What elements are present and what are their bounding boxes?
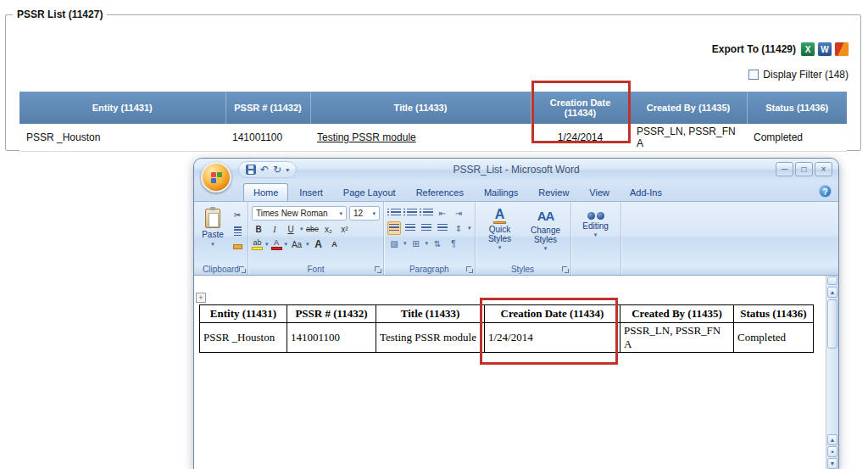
font-name-select[interactable]: Times New Roman ▾ — [252, 206, 347, 221]
editing-button[interactable]: Editing ▾ — [575, 204, 617, 238]
increase-indent-icon[interactable]: ⇥ — [452, 206, 465, 220]
redo-icon[interactable]: ↻ — [273, 165, 281, 175]
clipboard-launcher-icon[interactable] — [238, 265, 246, 273]
multilevel-list-icon[interactable] — [420, 206, 433, 220]
quick-styles-icon: A — [493, 208, 506, 224]
save-icon[interactable] — [246, 165, 256, 175]
underline-dropdown-icon[interactable]: ▾ — [300, 226, 303, 232]
bullets-icon[interactable] — [387, 206, 401, 220]
editing-label: Editing — [582, 221, 609, 231]
tab-references[interactable]: References — [407, 184, 473, 201]
show-hide-pilcrow-icon[interactable]: ¶ — [447, 237, 460, 250]
grow-font-button[interactable]: A — [312, 237, 326, 251]
bold-button[interactable]: B — [252, 222, 265, 236]
paste-button[interactable]: Paste ▾ — [198, 204, 228, 257]
close-button[interactable]: × — [815, 162, 832, 176]
change-styles-button[interactable]: AA Change Styles ▾ — [525, 204, 567, 252]
doc-column-created-by: Created By (11435) — [620, 305, 734, 323]
column-header-pssr-number[interactable]: PSSR # (11432) — [225, 92, 310, 124]
office-button[interactable] — [201, 162, 231, 193]
copy-icon[interactable] — [231, 224, 244, 237]
subscript-button[interactable]: x₂ — [322, 222, 336, 236]
tab-review[interactable]: Review — [529, 184, 578, 201]
restore-button[interactable]: □ — [795, 162, 813, 176]
title-link[interactable]: Testing PSSR module — [317, 131, 416, 143]
scroll-up-icon[interactable]: ▲ — [827, 287, 837, 298]
highlight-button[interactable]: ab — [252, 238, 263, 250]
shading-dropdown-icon[interactable]: ▾ — [403, 240, 407, 247]
highlight-icon: ab — [253, 238, 261, 247]
styles-group-label: Styles — [476, 265, 570, 274]
quick-styles-button[interactable]: A Quick Styles ▾ — [479, 204, 521, 252]
change-case-button[interactable]: Aa — [290, 237, 303, 251]
vertical-scrollbar[interactable]: ▲ ▲ • ▼ — [826, 276, 838, 469]
superscript-button[interactable]: x² — [338, 222, 352, 236]
change-case-dropdown-icon[interactable]: ▾ — [306, 241, 309, 248]
paste-dropdown-icon: ▾ — [211, 241, 214, 248]
document-table: Entity (11431) PSSR # (11432) Title (114… — [199, 304, 814, 353]
word-title-bar[interactable]: ↶ ↻ ▾ PSSR_List - Microsoft Word ─ □ × — [194, 159, 838, 181]
borders-icon[interactable]: ⊞ — [409, 237, 423, 250]
help-icon[interactable]: ? — [819, 185, 832, 198]
table-move-handle[interactable]: + — [196, 293, 206, 303]
numbering-icon[interactable] — [403, 206, 417, 220]
align-center-icon[interactable] — [403, 221, 417, 235]
styles-launcher-icon[interactable] — [561, 265, 569, 273]
font-color-dropdown-icon[interactable]: ▾ — [285, 241, 288, 248]
line-spacing-icon[interactable]: ⇕ — [452, 221, 465, 235]
cut-icon[interactable]: ✂ — [231, 208, 244, 221]
export-row: Export To (11429) X W — [712, 42, 849, 56]
doc-cell-status: Completed — [734, 323, 814, 353]
export-word-icon[interactable]: W — [818, 42, 832, 56]
tab-insert[interactable]: Insert — [290, 184, 332, 201]
document-area[interactable]: + Entity (11431) PSSR # (11432) Title (1… — [194, 276, 838, 469]
export-other-icon[interactable] — [835, 42, 849, 56]
column-header-entity[interactable]: Entity (11431) — [19, 92, 225, 124]
scrollbar-thumb[interactable] — [827, 299, 837, 349]
ruler-toggle-icon[interactable] — [827, 276, 837, 285]
font-size-select[interactable]: 12 ▾ — [349, 206, 380, 221]
select-browse-object-icon[interactable]: • — [827, 446, 837, 457]
tab-home[interactable]: Home — [243, 183, 288, 201]
shrink-font-button[interactable]: A — [328, 237, 342, 251]
next-page-icon[interactable]: ▼ — [827, 458, 837, 469]
tab-mailings[interactable]: Mailings — [475, 184, 527, 201]
font-group-label: Font — [248, 265, 383, 274]
align-right-icon[interactable] — [420, 221, 433, 235]
clipboard-small-buttons: ✂ — [231, 204, 244, 257]
underline-button[interactable]: U — [284, 222, 298, 236]
minimize-button[interactable]: ─ — [776, 162, 793, 176]
italic-button[interactable]: I — [268, 222, 281, 236]
tab-page-layout[interactable]: Page Layout — [334, 184, 405, 201]
tab-view[interactable]: View — [580, 184, 619, 201]
doc-cell-pssr-number: 141001100 — [287, 323, 376, 353]
paragraph-launcher-icon[interactable] — [465, 265, 473, 273]
font-size-dropdown-icon: ▾ — [372, 210, 376, 217]
qat-customize-icon[interactable]: ▾ — [286, 166, 289, 174]
column-header-title[interactable]: Title (11433) — [310, 92, 531, 124]
line-spacing-dropdown-icon[interactable]: ▾ — [468, 225, 471, 232]
ribbon: Paste ▾ ✂ Clipboard Times New Roman — [194, 201, 838, 276]
column-header-creation-date[interactable]: Creation Date (11434) — [531, 92, 630, 124]
previous-page-icon[interactable]: ▲ — [827, 434, 837, 445]
align-left-icon[interactable] — [387, 221, 401, 235]
doc-cell-entity: PSSR _Houston — [200, 323, 287, 353]
shading-icon[interactable]: ▨ — [387, 237, 401, 250]
undo-icon[interactable]: ↶ — [260, 165, 269, 175]
tab-add-ins[interactable]: Add-Ins — [620, 184, 671, 201]
decrease-indent-icon[interactable]: ⇤ — [436, 206, 449, 220]
format-painter-icon[interactable] — [231, 240, 244, 254]
doc-column-entity: Entity (11431) — [200, 305, 287, 323]
column-header-created-by[interactable]: Created By (11435) — [630, 92, 747, 124]
column-header-status[interactable]: Status (11436) — [747, 92, 847, 124]
display-filter-checkbox[interactable] — [748, 70, 759, 80]
justify-icon[interactable] — [436, 221, 449, 235]
borders-dropdown-icon[interactable]: ▾ — [426, 240, 429, 247]
export-excel-icon[interactable]: X — [801, 42, 815, 56]
font-color-button[interactable]: A — [271, 238, 282, 250]
font-launcher-icon[interactable] — [374, 265, 381, 273]
highlight-dropdown-icon[interactable]: ▾ — [265, 241, 269, 248]
strikethrough-button[interactable]: abe — [306, 222, 320, 236]
pssr-table-header-row: Entity (11431) PSSR # (11432) Title (114… — [19, 92, 847, 124]
sort-icon[interactable]: ⇅ — [431, 237, 444, 250]
